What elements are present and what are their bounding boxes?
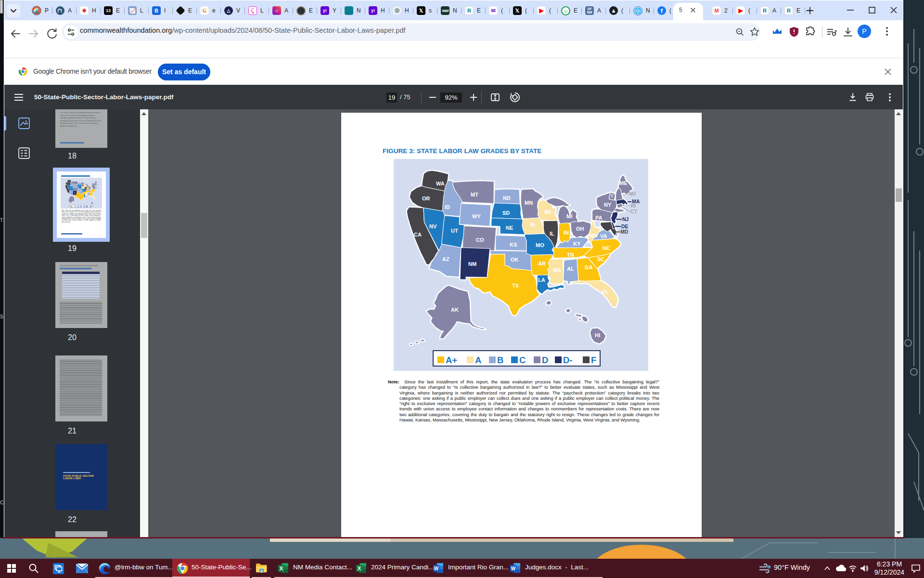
svg-text:WI: WI <box>544 209 551 215</box>
svg-text:MI: MI <box>566 213 572 219</box>
svg-text:HI: HI <box>595 332 600 338</box>
svg-text:OK: OK <box>511 257 519 263</box>
svg-text:X: X <box>358 565 361 571</box>
svg-text:NH: NH <box>629 191 636 197</box>
svg-text:NY: NY <box>604 202 612 208</box>
svg-text:TX: TX <box>512 283 519 289</box>
svg-text:KS: KS <box>510 242 517 248</box>
svg-text:W: W <box>511 566 516 571</box>
svg-text:A+: A+ <box>446 355 457 365</box>
svg-text:IN: IN <box>564 230 569 236</box>
svg-text:W: W <box>434 566 439 571</box>
svg-text:WY: WY <box>472 213 481 219</box>
svg-text:GA: GA <box>585 264 593 270</box>
svg-text:SC: SC <box>597 256 604 262</box>
svg-text:CO: CO <box>476 237 484 243</box>
svg-text:A: A <box>475 355 481 365</box>
svg-text:TN: TN <box>567 252 574 258</box>
svg-text:OR: OR <box>422 196 430 201</box>
svg-text:WV: WV <box>590 233 598 238</box>
svg-text:NJ: NJ <box>622 216 629 222</box>
svg-text:MN: MN <box>525 200 533 206</box>
svg-text:UT: UT <box>451 228 458 234</box>
svg-text:B: B <box>497 355 503 365</box>
svg-text:MD: MD <box>620 229 629 235</box>
svg-text:ID: ID <box>445 204 450 210</box>
svg-text:AL: AL <box>567 266 574 272</box>
svg-text:MO: MO <box>536 242 544 248</box>
svg-text:AZ: AZ <box>442 256 449 262</box>
svg-text:D-: D- <box>563 355 573 365</box>
svg-text:OH: OH <box>576 226 584 232</box>
svg-text:X: X <box>280 565 283 571</box>
svg-text:CA: CA <box>414 232 422 237</box>
svg-text:WA: WA <box>436 181 445 186</box>
svg-text:SD: SD <box>502 210 510 216</box>
svg-text:IA: IA <box>530 222 535 227</box>
svg-text:AK: AK <box>451 307 459 313</box>
svg-text:NE: NE <box>506 225 513 231</box>
svg-text:AR: AR <box>538 261 546 266</box>
svg-text:CT: CT <box>630 209 638 214</box>
svg-text:ND: ND <box>503 195 511 201</box>
svg-text:C: C <box>519 355 526 365</box>
svg-text:LA: LA <box>538 277 545 283</box>
svg-text:KY: KY <box>573 241 581 247</box>
svg-text:PA: PA <box>595 215 603 221</box>
svg-text:NV: NV <box>429 223 437 229</box>
svg-text:IL: IL <box>550 231 554 236</box>
svg-text:FL: FL <box>602 289 609 295</box>
svg-text:NM: NM <box>468 261 476 267</box>
svg-text:VA: VA <box>600 233 607 239</box>
svg-text:F: F <box>591 355 596 365</box>
svg-text:NC: NC <box>603 245 610 251</box>
svg-text:RI: RI <box>631 203 636 209</box>
svg-text:D: D <box>542 355 548 365</box>
svg-text:MT: MT <box>471 192 478 197</box>
svg-text:MS: MS <box>553 267 561 273</box>
svg-text:ME: ME <box>619 180 628 186</box>
svg-text:VT: VT <box>611 193 617 198</box>
